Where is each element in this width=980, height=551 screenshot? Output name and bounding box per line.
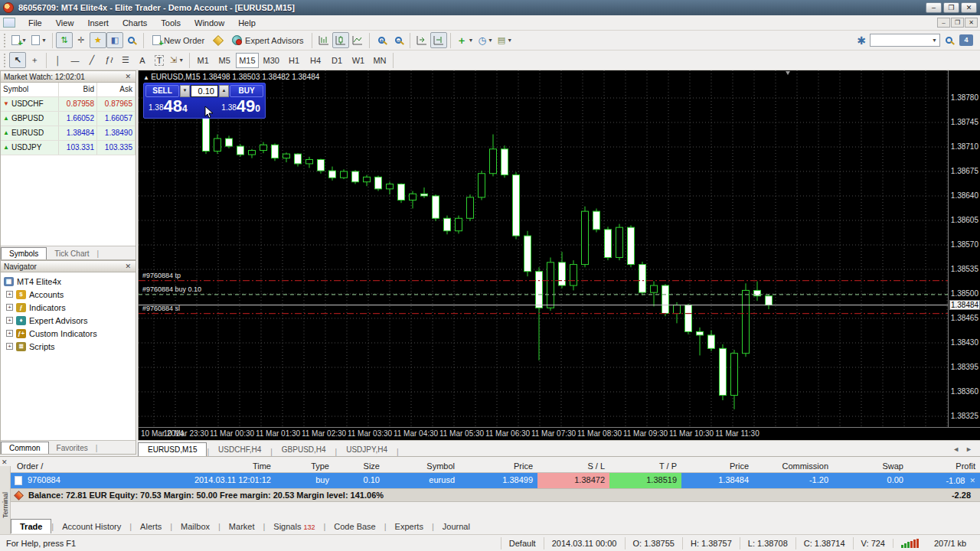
navigator-close-icon[interactable]: ✕: [123, 262, 132, 270]
vertical-line-button[interactable]: │: [50, 52, 67, 68]
candlestick-chart[interactable]: [139, 70, 948, 427]
toolbar-grip[interactable]: [4, 54, 7, 67]
periods-button[interactable]: ◷▼: [475, 32, 495, 48]
timeframe-h4-button[interactable]: H4: [305, 53, 325, 68]
search-dropdown-icon[interactable]: ▼: [929, 37, 939, 43]
search-input[interactable]: ▼: [870, 34, 940, 47]
terminal-side-tab[interactable]: Terminal: [0, 466, 11, 534]
expand-icon[interactable]: +: [6, 317, 13, 324]
menu-view[interactable]: View: [49, 16, 81, 30]
column-header-swap[interactable]: Swap: [833, 460, 908, 472]
open-order-row[interactable]: 97608842014.03.11 12:01:12buy0.10eurusd1…: [11, 473, 980, 488]
tab-common[interactable]: Common: [1, 442, 49, 454]
chart-tab-usdjpy-h4[interactable]: USDJPY,H4: [337, 443, 397, 456]
column-header-price[interactable]: Price: [459, 460, 537, 472]
column-header-symbol[interactable]: Symbol: [384, 460, 459, 472]
column-header-tp[interactable]: T / P: [609, 460, 681, 472]
column-header-commission[interactable]: Commission: [753, 460, 833, 472]
buy-button[interactable]: BUY: [230, 85, 263, 97]
toolbar-grip[interactable]: [4, 34, 7, 47]
mdi-close-button[interactable]: ✕: [965, 18, 978, 28]
expert-advisors-button[interactable]: Expert Advisors: [227, 32, 309, 48]
chart-tab-gbpusd-h4[interactable]: GBPUSD,H4: [273, 443, 335, 456]
price-axis[interactable]: 1.387801.387451.387101.386751.386401.386…: [948, 70, 980, 427]
expand-icon[interactable]: +: [6, 330, 13, 337]
terminal-tab-mailbox[interactable]: Mailbox: [172, 520, 218, 533]
label-tool-button[interactable]: T: [151, 52, 168, 68]
volume-down-stepper[interactable]: ▼: [180, 85, 190, 97]
sell-price[interactable]: 1.38 48 4: [149, 99, 188, 114]
new-order-button[interactable]: + New Order: [147, 32, 210, 48]
search-button[interactable]: [940, 32, 957, 48]
settings-button[interactable]: ✱: [853, 32, 870, 48]
menu-file[interactable]: File: [21, 16, 49, 30]
terminal-tab-code-base[interactable]: Code Base: [325, 520, 384, 533]
profiles-button[interactable]: ▼: [29, 32, 49, 48]
timeframe-m5-button[interactable]: M5: [214, 53, 234, 68]
trendline-button[interactable]: ╱: [83, 52, 100, 68]
terminal-tab-trade[interactable]: Trade: [11, 519, 51, 533]
timeframe-m1-button[interactable]: M1: [193, 53, 213, 68]
navigator-toggle-button[interactable]: ★: [90, 32, 106, 48]
market-watch-close-icon[interactable]: ✕: [123, 73, 132, 80]
menu-help[interactable]: Help: [231, 16, 263, 30]
market-watch-row[interactable]: ▲USDJPY103.331103.335: [1, 141, 136, 155]
timeframe-mn-button[interactable]: MN: [370, 53, 390, 68]
trade-line-label-sl[interactable]: #9760884 sl: [142, 305, 180, 312]
zoom-in-button[interactable]: +: [373, 32, 390, 48]
buy-price[interactable]: 1.38 49 0: [221, 99, 260, 114]
data-window-toggle-button[interactable]: ✛: [73, 32, 90, 48]
terminal-toggle-button[interactable]: ◧: [106, 32, 123, 48]
navigator-item-expert-advisors[interactable]: +♦Expert Advisors: [4, 314, 136, 327]
trade-line-label-buy[interactable]: #9760884 buy 0.10: [142, 285, 201, 293]
maximize-button[interactable]: ❐: [943, 2, 959, 13]
terminal-tab-market[interactable]: Market: [220, 520, 263, 533]
terminal-tab-signals[interactable]: Signals132: [265, 520, 323, 533]
column-header-sl[interactable]: S / L: [537, 460, 609, 472]
tab-symbols[interactable]: Symbols: [1, 247, 47, 259]
volume-input[interactable]: 0.10: [191, 85, 218, 97]
sell-button[interactable]: SELL: [145, 85, 179, 97]
bar-chart-button[interactable]: [315, 32, 332, 48]
navigator-item-custom-indicators[interactable]: +ƒ+Custom Indicators: [4, 327, 136, 340]
timeframe-m30-button[interactable]: M30: [260, 53, 283, 68]
navigator-item-indicators[interactable]: +ƒIndicators: [4, 301, 136, 314]
column-header-time[interactable]: Time: [93, 460, 276, 472]
collapse-marker-icon[interactable]: ▲: [143, 74, 151, 81]
market-watch-row[interactable]: ▲GBPUSD1.660521.66057: [1, 112, 136, 126]
line-chart-button[interactable]: [349, 32, 366, 48]
column-header-size[interactable]: Size: [334, 460, 384, 472]
chart-tab-eurusd-m15[interactable]: EURUSD,M15: [138, 442, 207, 456]
minimize-button[interactable]: –: [926, 2, 942, 13]
channel-button[interactable]: ☰: [117, 52, 134, 68]
new-chart-button[interactable]: +▼: [9, 32, 29, 48]
terminal-tab-journal[interactable]: Journal: [434, 520, 479, 533]
tabs-scroll-left-icon[interactable]: ◄: [952, 445, 959, 453]
chart-shift-button[interactable]: [430, 32, 447, 48]
arrows-tool-button[interactable]: ⇲▼: [168, 52, 186, 68]
market-watch-row[interactable]: ▼USDCHF0.879580.87965: [1, 97, 136, 112]
indicators-button[interactable]: ＋▼: [454, 32, 475, 48]
market-watch-row[interactable]: ▲EURUSD1.384841.38490: [1, 126, 136, 141]
strategy-tester-toggle-button[interactable]: [123, 32, 140, 48]
time-axis[interactable]: 10 Mar 201410 Mar 23:3011 Mar 00:3011 Ma…: [139, 427, 980, 440]
terminal-close-icon[interactable]: ✕: [2, 458, 8, 466]
column-header-price[interactable]: Price: [681, 460, 753, 472]
chart-tab-usdchf-h4[interactable]: USDCHF,H4: [209, 443, 270, 456]
market-watch-column-headers[interactable]: Symbol Bid Ask: [1, 83, 136, 97]
volume-up-stepper[interactable]: ▲: [219, 85, 229, 97]
navigator-item-scripts[interactable]: +≣Scripts: [4, 340, 136, 353]
menu-charts[interactable]: Charts: [116, 16, 154, 30]
timeframe-d1-button[interactable]: D1: [327, 53, 347, 68]
templates-button[interactable]: ▤▼: [495, 32, 514, 48]
mdi-minimize-button[interactable]: –: [937, 18, 950, 28]
cursor-tool-button[interactable]: ↖: [9, 52, 26, 68]
status-profile[interactable]: Default: [501, 537, 544, 549]
text-tool-button[interactable]: A: [134, 52, 151, 68]
tab-favorites[interactable]: Favorites: [49, 442, 96, 454]
menu-tools[interactable]: Tools: [154, 16, 188, 30]
orders-table-header[interactable]: Order /TimeTypeSizeSymbolPriceS / LT / P…: [11, 460, 980, 473]
chat-button[interactable]: 4: [957, 32, 975, 48]
tab-tick-chart[interactable]: Tick Chart: [47, 248, 96, 259]
timeframe-m15-button[interactable]: M15: [236, 53, 258, 68]
